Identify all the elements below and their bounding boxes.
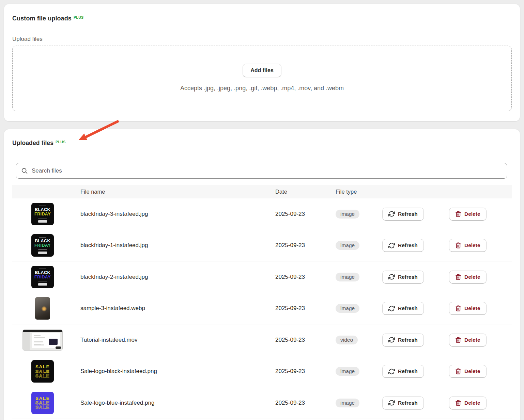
file-date: 2025-09-23 bbox=[275, 305, 336, 312]
files-table: File name Date File type BLACKFRIDAY bla… bbox=[12, 185, 512, 419]
file-type-badge: image bbox=[336, 304, 359, 313]
refresh-button[interactable]: Refresh bbox=[382, 302, 424, 315]
table-row: SALESALESALE Sale-logo-blue-instafeed.pn… bbox=[12, 387, 512, 419]
delete-label: Delete bbox=[464, 242, 480, 248]
add-files-button[interactable]: Add files bbox=[243, 64, 281, 77]
table-body: BLACKFRIDAY blackfriday-3-instafeed.jpg … bbox=[12, 198, 512, 419]
refresh-label: Refresh bbox=[398, 305, 418, 311]
file-date: 2025-09-23 bbox=[275, 337, 336, 343]
delete-button[interactable]: Delete bbox=[449, 334, 487, 346]
refresh-label: Refresh bbox=[398, 368, 418, 374]
trash-icon bbox=[455, 211, 461, 217]
header-file-type: File type bbox=[336, 189, 382, 195]
delete-label: Delete bbox=[464, 368, 480, 374]
file-name: sample-3-instafeed.webp bbox=[80, 305, 275, 312]
uploaded-files-card: Uploaded files PLUS File name Date File … bbox=[4, 129, 520, 420]
file-name: blackfriday-2-instafeed.jpg bbox=[80, 274, 275, 280]
upload-card-title-row: Custom file uploads PLUS bbox=[12, 15, 84, 22]
delete-label: Delete bbox=[464, 400, 480, 406]
refresh-label: Refresh bbox=[398, 400, 418, 406]
delete-label: Delete bbox=[464, 337, 480, 343]
refresh-icon bbox=[388, 337, 395, 343]
delete-label: Delete bbox=[464, 211, 480, 217]
file-thumbnail: BLACKFRIDAY bbox=[31, 203, 54, 225]
file-name: blackfriday-3-instafeed.jpg bbox=[80, 211, 275, 217]
table-row: BLACKFRIDAY blackfriday-1-instafeed.jpg … bbox=[12, 230, 512, 262]
table-row: BLACKFRIDAY blackfriday-3-instafeed.jpg … bbox=[12, 198, 512, 230]
accepted-formats-text: Accepts .jpg, .jpeg, .png, .gif, .webp, … bbox=[180, 85, 344, 92]
refresh-label: Refresh bbox=[398, 337, 418, 343]
refresh-icon bbox=[388, 368, 395, 375]
search-box bbox=[16, 163, 507, 179]
file-type-badge: image bbox=[336, 399, 359, 407]
file-date: 2025-09-23 bbox=[275, 274, 336, 280]
thumbnail-cell: SALESALESALE bbox=[12, 360, 73, 383]
table-header-row: File name Date File type bbox=[12, 185, 512, 198]
header-file-name: File name bbox=[80, 189, 275, 195]
delete-label: Delete bbox=[464, 305, 480, 311]
file-thumbnail: BLACKFRIDAY bbox=[31, 266, 54, 288]
file-type-badge: video bbox=[336, 336, 358, 344]
upload-files-label: Upload files bbox=[12, 36, 43, 43]
file-thumbnail: SALESALESALE bbox=[31, 392, 54, 414]
file-date: 2025-09-23 bbox=[275, 400, 336, 406]
files-card-title-row: Uploaded files PLUS bbox=[12, 140, 66, 147]
delete-button[interactable]: Delete bbox=[449, 302, 487, 315]
delete-button[interactable]: Delete bbox=[449, 208, 487, 221]
plus-badge: PLUS bbox=[74, 15, 84, 19]
file-thumbnail: BLACKFRIDAY bbox=[31, 234, 54, 257]
table-row: BLACKFRIDAY blackfriday-2-instafeed.jpg … bbox=[12, 261, 512, 293]
trash-icon bbox=[455, 368, 461, 374]
table-row: Tutorial-instafeed.mov 2025-09-23 video … bbox=[12, 324, 512, 356]
refresh-icon bbox=[388, 400, 395, 406]
refresh-icon bbox=[388, 242, 395, 249]
delete-button[interactable]: Delete bbox=[449, 271, 487, 284]
refresh-label: Refresh bbox=[398, 211, 418, 217]
custom-file-uploads-card: Custom file uploads PLUS Upload files Ad… bbox=[4, 4, 520, 121]
file-type-badge: image bbox=[336, 273, 359, 281]
file-thumbnail bbox=[22, 329, 63, 351]
thumbnail-cell: BLACKFRIDAY bbox=[12, 203, 73, 225]
delete-button[interactable]: Delete bbox=[449, 365, 487, 378]
delete-button[interactable]: Delete bbox=[449, 397, 487, 409]
refresh-button[interactable]: Refresh bbox=[382, 365, 424, 378]
table-row: SALESALESALE Sale-logo-black-instafeed.p… bbox=[12, 356, 512, 388]
refresh-label: Refresh bbox=[398, 274, 418, 280]
file-thumbnail: SALESALESALE bbox=[31, 360, 54, 383]
thumbnail-cell: SALESALESALE bbox=[12, 392, 73, 414]
search-input[interactable] bbox=[32, 163, 502, 178]
refresh-icon bbox=[388, 274, 395, 280]
file-date: 2025-09-23 bbox=[275, 211, 336, 217]
plus-badge: PLUS bbox=[56, 140, 66, 144]
upload-card-title: Custom file uploads bbox=[12, 15, 72, 22]
file-name: Tutorial-instafeed.mov bbox=[80, 337, 275, 343]
table-row: sample-3-instafeed.webp 2025-09-23 image… bbox=[12, 293, 512, 325]
trash-icon bbox=[455, 400, 461, 406]
refresh-icon bbox=[388, 305, 395, 312]
search-icon bbox=[21, 167, 28, 175]
file-type-badge: image bbox=[336, 367, 359, 376]
thumbnail-cell bbox=[12, 297, 73, 320]
refresh-label: Refresh bbox=[398, 242, 418, 248]
file-date: 2025-09-23 bbox=[275, 368, 336, 375]
file-name: Sale-logo-black-instafeed.png bbox=[80, 368, 275, 375]
refresh-button[interactable]: Refresh bbox=[382, 334, 424, 346]
refresh-button[interactable]: Refresh bbox=[382, 397, 424, 409]
trash-icon bbox=[455, 337, 461, 343]
file-type-badge: image bbox=[336, 210, 359, 219]
file-date: 2025-09-23 bbox=[275, 242, 336, 249]
delete-button[interactable]: Delete bbox=[449, 239, 487, 252]
refresh-icon bbox=[388, 211, 395, 217]
file-thumbnail bbox=[35, 297, 50, 320]
refresh-button[interactable]: Refresh bbox=[382, 239, 424, 252]
trash-icon bbox=[455, 242, 461, 248]
file-type-badge: image bbox=[336, 241, 359, 250]
header-date: Date bbox=[275, 189, 336, 195]
files-card-title: Uploaded files bbox=[12, 140, 53, 147]
delete-label: Delete bbox=[464, 274, 480, 280]
thumbnail-cell bbox=[12, 329, 73, 351]
file-dropzone[interactable]: Add files Accepts .jpg, .jpeg, .png, .gi… bbox=[12, 46, 512, 111]
refresh-button[interactable]: Refresh bbox=[382, 271, 424, 284]
refresh-button[interactable]: Refresh bbox=[382, 208, 424, 221]
file-name: blackfriday-1-instafeed.jpg bbox=[80, 242, 275, 249]
